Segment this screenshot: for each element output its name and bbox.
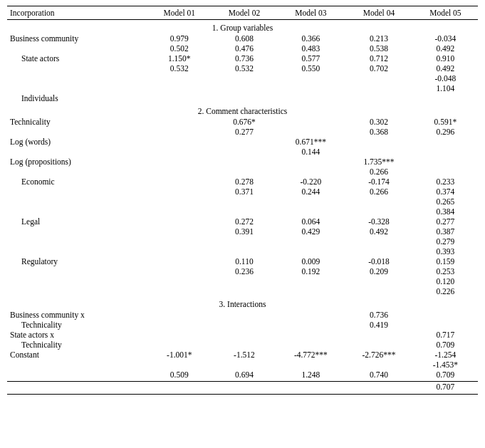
cell-value	[345, 197, 413, 207]
cell-std	[147, 266, 212, 276]
row-label: State actors x	[7, 330, 147, 340]
table-row-std-last2: 0.707	[7, 382, 478, 395]
cell-value	[147, 276, 212, 286]
table-row-std: 0.236 0.192 0.209 0.253	[7, 266, 478, 276]
row-label: Technicality	[7, 340, 147, 350]
table-row: Business community x 0.736	[7, 310, 478, 320]
cell-value	[212, 320, 276, 330]
cell-value: 0.712	[345, 53, 413, 63]
table-row: Technicality 0.676* 0.302 0.591*	[7, 117, 478, 127]
cell-value	[277, 320, 345, 330]
row-label: Regulatory	[7, 256, 147, 266]
cell-std: 0.707	[413, 382, 478, 395]
table-row-std-last: 0.509 0.694 1.248 0.740 0.709	[7, 370, 478, 382]
table-row: Constant -1.001* -1.512 -4.772*** -2.726…	[7, 350, 478, 360]
cell-value	[345, 340, 413, 350]
cell-std: 0.244	[277, 187, 345, 197]
cell-std: 0.492	[345, 226, 413, 236]
cell-value: -2.726***	[345, 350, 413, 360]
cell-value	[147, 256, 212, 266]
table-container: Incorporation Model 01 Model 02 Model 03…	[0, 0, 485, 400]
row-label	[7, 147, 147, 157]
cell-value: 0.979	[147, 33, 212, 43]
table-row-std: 0.371 0.244 0.266 0.374	[7, 187, 478, 197]
cell-std	[277, 167, 345, 177]
cell-value	[413, 137, 478, 147]
cell-std: 1.248	[277, 370, 345, 382]
regression-table: Incorporation Model 01 Model 02 Model 03…	[7, 6, 478, 395]
cell-std	[212, 147, 276, 157]
cell-std: 0.709	[413, 370, 478, 382]
table-row: Log (propositions) 1.735***	[7, 157, 478, 167]
row-label	[7, 187, 147, 197]
table-row: -1.453*	[7, 360, 478, 370]
cell-value	[212, 330, 276, 340]
row-label	[7, 246, 147, 256]
cell-value: 0.277	[413, 217, 478, 226]
cell-std	[277, 382, 345, 395]
cell-std	[212, 246, 276, 256]
cell-std: 0.277	[212, 127, 276, 137]
cell-value	[147, 197, 212, 207]
cell-value: 0.676*	[212, 117, 276, 127]
cell-std: 0.509	[147, 370, 212, 382]
col-header-model01: Model 01	[147, 6, 212, 20]
cell-value	[147, 73, 212, 83]
table-row: 0.120	[7, 276, 478, 286]
table-row-std: 0.502 0.476 0.483 0.538 0.492	[7, 43, 478, 53]
cell-value: 0.717	[413, 330, 478, 340]
cell-std: 0.253	[413, 266, 478, 276]
table-row: Technicality 0.709	[7, 340, 478, 350]
table-row-std: 0.277 0.368 0.296	[7, 127, 478, 137]
header-row: Incorporation Model 01 Model 02 Model 03…	[7, 6, 478, 20]
cell-value	[345, 93, 413, 103]
cell-value	[212, 73, 276, 83]
cell-std: 0.502	[147, 43, 212, 53]
cell-value: 0.671***	[277, 137, 345, 147]
cell-value	[413, 310, 478, 320]
row-label: Technicality	[7, 117, 147, 127]
cell-std	[212, 207, 276, 217]
cell-std: 0.393	[413, 246, 478, 256]
cell-value: 1.735***	[345, 157, 413, 167]
table-row-std: 0.266	[7, 167, 478, 177]
row-label	[7, 167, 147, 177]
cell-value: 0.009	[277, 256, 345, 266]
cell-value	[277, 236, 345, 246]
cell-value	[413, 157, 478, 167]
cell-std	[147, 83, 212, 93]
row-label: Legal	[7, 217, 147, 226]
cell-std	[413, 147, 478, 157]
cell-value	[277, 197, 345, 207]
cell-std: 0.371	[212, 187, 276, 197]
cell-std	[147, 382, 212, 395]
cell-value: 0.279	[413, 236, 478, 246]
cell-std: 0.296	[413, 127, 478, 137]
row-label	[7, 226, 147, 236]
table-row-std: 1.104	[7, 83, 478, 93]
row-label	[7, 276, 147, 286]
cell-value	[345, 330, 413, 340]
cell-std	[345, 246, 413, 256]
cell-std	[212, 382, 276, 395]
row-label	[7, 382, 147, 395]
cell-std: 0.492	[413, 43, 478, 53]
cell-value	[212, 340, 276, 350]
cell-value	[277, 93, 345, 103]
cell-std: 1.104	[413, 83, 478, 93]
cell-std: 0.384	[413, 207, 478, 217]
cell-std	[147, 127, 212, 137]
row-label	[7, 83, 147, 93]
cell-std: 0.492	[413, 63, 478, 73]
col-header-incorporation: Incorporation	[7, 6, 147, 20]
cell-std	[345, 382, 413, 395]
cell-std: 0.374	[413, 187, 478, 197]
cell-value: 0.910	[413, 53, 478, 63]
cell-std: 0.192	[277, 266, 345, 276]
cell-value: 0.233	[413, 177, 478, 187]
row-label: Economic	[7, 177, 147, 187]
cell-std: 0.694	[212, 370, 276, 382]
row-label: Business community x	[7, 310, 147, 320]
table-row: Regulatory 0.110 0.009 -0.018 0.159	[7, 256, 478, 266]
cell-std: 0.550	[277, 63, 345, 73]
